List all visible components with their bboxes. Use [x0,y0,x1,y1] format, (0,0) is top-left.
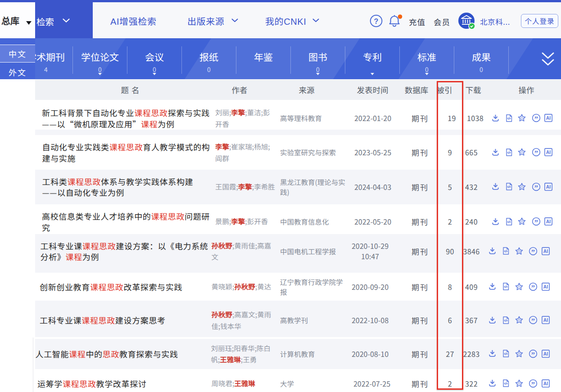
svg-text:”: ” [531,380,535,388]
svg-text:AI: AI [546,184,551,189]
svg-text:AI: AI [543,381,548,386]
svg-text:?: ? [374,18,379,25]
svg-text:”: ” [531,283,535,291]
svg-text:AI: AI [543,351,548,356]
svg-text:AI: AI [543,248,548,253]
svg-text:AI: AI [543,284,548,289]
svg-text:”: ” [531,350,535,358]
svg-text:”: ” [534,183,538,191]
svg-text:”: ” [531,317,535,325]
svg-text:”: ” [534,218,538,226]
svg-text:”: ” [531,248,535,256]
svg-text:AI: AI [546,116,551,121]
svg-text:AI: AI [546,219,551,224]
svg-text:”: ” [534,115,538,123]
svg-text:AI: AI [546,150,551,155]
svg-text:”: ” [534,149,538,157]
svg-text:AI: AI [543,318,548,323]
